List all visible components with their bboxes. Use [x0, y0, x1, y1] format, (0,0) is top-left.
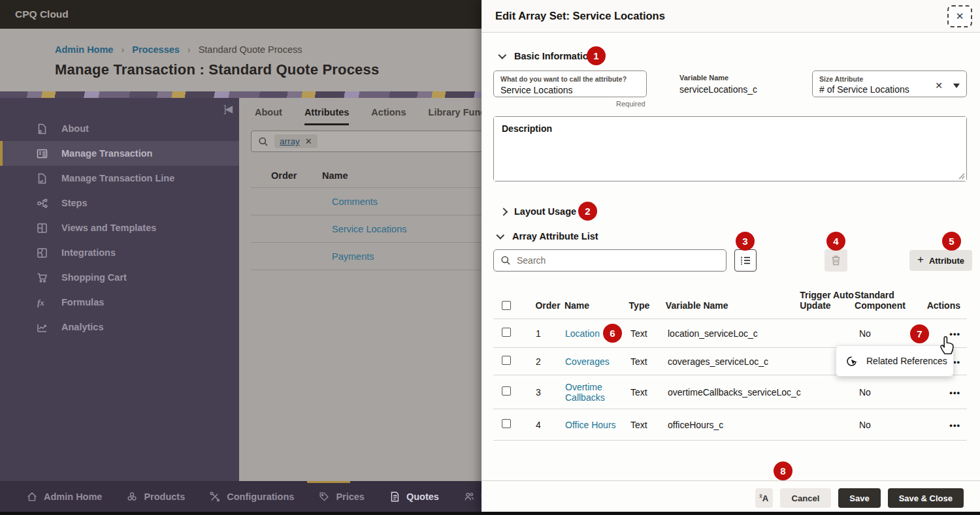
card-list-icon [37, 148, 48, 159]
variable-name-value: serviceLocations_c [679, 84, 757, 95]
search-chip-label: array [280, 136, 300, 146]
row-checkbox[interactable] [502, 386, 511, 396]
table-row-office-hours: 4 Office Hours Text officeHours_c No ••• [493, 409, 967, 441]
attribute-link-location[interactable]: Location [565, 328, 600, 339]
close-icon: ✕ [956, 10, 964, 22]
attribute-link-office-hours[interactable]: Office Hours [565, 420, 616, 430]
column-header-order: Order [529, 300, 564, 311]
sidebar-item-formulas[interactable]: fx Formulas [0, 290, 239, 315]
cell-variable-name: officeHours_c [668, 420, 804, 430]
sidebar-item-shopping-cart[interactable]: Shopping Cart [0, 265, 239, 290]
sidebar: ]◀ About Manage Transaction Manage Trans… [0, 98, 239, 481]
cell-standard-component: No [859, 387, 932, 398]
delete-attribute-button[interactable] [825, 249, 847, 272]
attributes-search-box[interactable]: array ✕ [251, 131, 486, 152]
tab-actions[interactable]: Actions [371, 102, 406, 125]
sidebar-item-manage-transaction-line[interactable]: Manage Transaction Line [0, 166, 239, 191]
sidebar-item-manage-transaction[interactable]: Manage Transaction [0, 141, 239, 166]
breadcrumb-processes[interactable]: Processes [132, 44, 180, 55]
layout-usage-section-toggle[interactable]: Layout Usage [500, 206, 576, 217]
cancel-button[interactable]: Cancel [780, 488, 832, 508]
size-attribute-combobox[interactable]: Size Attribute # of Service Locations ✕ [812, 70, 967, 97]
sidebar-item-steps[interactable]: Steps [0, 191, 239, 215]
attribute-link-service-locations[interactable]: Service Locations [332, 224, 406, 234]
array-attribute-table-header: Order Name Type Variable Name Trigger Au… [493, 277, 967, 319]
attribute-link-overtime-callbacks[interactable]: Overtime Callbacks [565, 382, 605, 403]
breadcrumb-current: Standard Quote Process [199, 44, 302, 55]
bottom-nav-products[interactable]: Products [126, 491, 185, 503]
array-attribute-search-box[interactable] [493, 249, 727, 272]
attribute-link-coverages[interactable]: Coverages [565, 356, 610, 367]
sidebar-item-views-and-templates[interactable]: Views and Templates [0, 215, 239, 240]
sidebar-item-label: Manage Transaction [61, 148, 152, 159]
attribute-link-comments[interactable]: Comments [332, 196, 378, 207]
row-actions-menu-icon[interactable]: ••• [949, 388, 960, 398]
row-checkbox[interactable] [502, 419, 511, 428]
translate-button[interactable]: x̄A [755, 488, 773, 508]
cell-standard-component: No [859, 420, 932, 430]
add-attribute-label: Attribute [929, 256, 964, 266]
sidebar-collapse-icon[interactable]: ]◀ [223, 103, 231, 115]
chevron-down-icon [498, 51, 506, 59]
combo-tools: ✕ [935, 80, 960, 91]
sidebar-item-about[interactable]: About [0, 116, 239, 141]
integrations-icon [37, 247, 48, 258]
cell-type: Text [630, 387, 668, 398]
save-button[interactable]: Save [838, 488, 880, 508]
tab-attributes[interactable]: Attributes [304, 102, 349, 125]
bottom-nav-admin-home[interactable]: Admin Home [26, 491, 102, 503]
row-checkbox[interactable] [502, 328, 511, 337]
panel-header: Edit Array Set: Service Locations ✕ [482, 0, 980, 33]
column-header-name: Name [564, 300, 629, 311]
cell-variable-name: coverages_serviceLoc_c [668, 356, 804, 367]
tab-about[interactable]: About [255, 102, 282, 125]
cell-type: Text [630, 328, 668, 339]
cell-variable-name: overtimeCallbacks_serviceLoc_c [668, 387, 804, 398]
breadcrumb-separator-icon: › [121, 44, 124, 55]
bottom-nav-configurations[interactable]: Configurations [209, 491, 294, 503]
svg-text:fx: fx [37, 298, 44, 307]
search-filter-chip[interactable]: array ✕ [274, 134, 318, 148]
attribute-name-label: What do you want to call the attribute? [500, 75, 640, 83]
translate-icon: x̄ [759, 493, 762, 499]
array-attribute-list-section-toggle[interactable]: Array Attribute List [498, 231, 598, 242]
clear-selection-icon[interactable]: ✕ [935, 80, 943, 91]
cell-order: 1 [529, 328, 565, 339]
bottom-nav-prices[interactable]: Prices [318, 491, 365, 503]
users-icon [463, 491, 475, 503]
plus-icon: + [917, 253, 924, 266]
description-textarea[interactable] [494, 117, 966, 181]
row-actions-menu-icon[interactable]: ••• [949, 420, 960, 430]
steps-icon [37, 198, 48, 209]
chip-remove-icon[interactable]: ✕ [305, 136, 312, 146]
document-line-icon [37, 173, 48, 184]
bottom-nav-label: Prices [336, 492, 365, 502]
dropdown-arrow-icon[interactable] [953, 84, 960, 88]
attribute-name-input[interactable] [500, 85, 640, 95]
reorder-list-button[interactable] [734, 249, 757, 272]
select-all-checkbox[interactable] [502, 301, 511, 310]
row-checkbox[interactable] [502, 356, 511, 365]
description-field[interactable] [493, 116, 967, 181]
breadcrumb-admin-home[interactable]: Admin Home [55, 44, 113, 55]
add-attribute-button[interactable]: + Attribute [909, 250, 972, 271]
sidebar-item-integrations[interactable]: Integrations [0, 240, 239, 265]
callout-badge-7: 7 [910, 324, 929, 343]
callout-badge-8: 8 [774, 461, 792, 480]
menu-item-related-references[interactable]: Related References [866, 356, 947, 366]
search-icon [500, 255, 511, 266]
column-header-actions: Actions [927, 300, 967, 311]
save-and-close-button[interactable]: Save & Close [888, 488, 964, 508]
chevron-down-icon [496, 231, 504, 240]
array-attribute-search-input[interactable] [517, 255, 719, 266]
sidebar-item-analytics[interactable]: Analytics [0, 315, 239, 339]
products-icon [126, 491, 138, 503]
sidebar-item-label: Views and Templates [61, 223, 156, 233]
panel-close-button[interactable]: ✕ [947, 5, 972, 27]
attribute-name-field[interactable]: What do you want to call the attribute? [493, 70, 647, 97]
bottom-nav-quotes[interactable]: Quotes [389, 491, 439, 503]
sidebar-item-label: Formulas [61, 297, 104, 307]
attribute-link-payments[interactable]: Payments [332, 251, 374, 262]
related-references-icon [845, 355, 858, 367]
basic-information-section-toggle[interactable]: Basic Information [500, 51, 594, 61]
